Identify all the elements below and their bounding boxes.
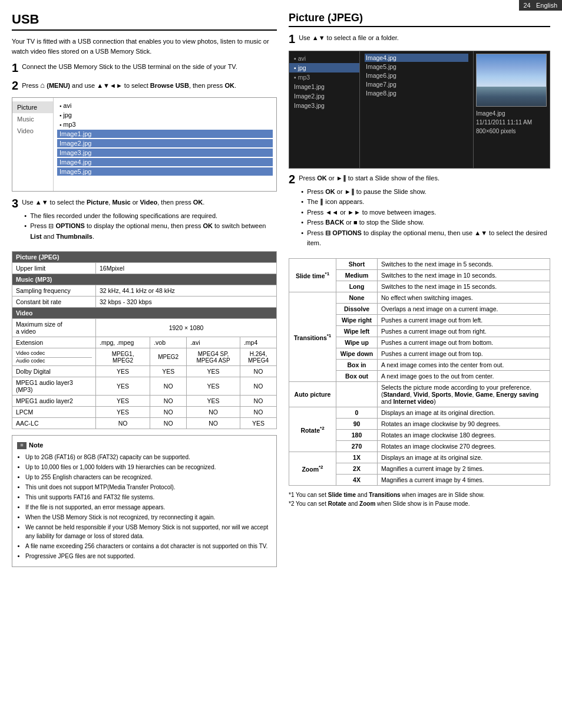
step3-bullet2: Press ⊟ OPTIONS to display the optional …: [22, 221, 277, 242]
options-table: Slide time*1 Short Switches to the next …: [289, 258, 550, 486]
jb-item-jpg[interactable]: ▪ jpg: [289, 63, 359, 73]
mpeg1l3-v3: YES: [187, 377, 240, 396]
options-slidetime-short: Slide time*1 Short Switches to the next …: [289, 259, 550, 270]
jb-right-files: Image4.jpg Image5.jpg Image6.jpg Image7.…: [365, 54, 468, 97]
dissolve-desc: Overlaps a next image on a current image…: [378, 304, 550, 315]
ext-mpg: .mpg, .mpeg: [95, 337, 150, 348]
file-jpg[interactable]: ▪ jpg: [57, 111, 273, 119]
mpeg1l2-v3: YES: [187, 396, 240, 407]
dolby-v2: YES: [150, 366, 187, 377]
file-image3[interactable]: Image3.jpg: [57, 149, 273, 157]
note-list: Up to 2GB (FAT16) or 8GB (FAT32) capacit…: [17, 453, 272, 561]
category-video[interactable]: Video: [12, 125, 53, 137]
mpeg1l3-v2: NO: [150, 377, 187, 396]
rotate180-desc: Rotates an image clockwise 180 degrees.: [378, 430, 550, 441]
jb-item-mp3[interactable]: ▪ mp3: [289, 73, 359, 82]
lpcm-v3: NO: [187, 407, 240, 418]
fb-files: ▪ avi ▪ jpg ▪ mp3 Image1.jpg Image2.jpg …: [54, 98, 276, 191]
rotate270-label: 270: [336, 441, 378, 452]
pj-step1: 1 Use ▲▼ to select a file or a folder.: [289, 33, 550, 45]
zoom4x-desc: Magnifies a current image by 4 times.: [378, 475, 550, 486]
step2-text: Press ⌂ (MENU) and use ▲▼◄► to select Br…: [22, 80, 236, 91]
jb-item-image2[interactable]: Image2.jpg: [289, 91, 359, 101]
file-image1[interactable]: Image1.jpg: [57, 130, 273, 138]
specs-bitrate: Constant bit rate 32 kbps - 320 kbps: [12, 297, 277, 308]
rotate-group-label: Rotate*2: [289, 407, 336, 452]
lpcm-label: LPCM: [12, 407, 96, 418]
codec-h264: H.264,MPEG4: [240, 348, 276, 366]
aaclc-v1: NO: [95, 418, 150, 429]
page-lang: English: [536, 2, 557, 9]
slidetime-group-label: Slide time*1: [289, 259, 336, 292]
jb-right-image8[interactable]: Image8.jpg: [365, 89, 468, 97]
file-image5[interactable]: Image5.jpg: [57, 167, 273, 176]
options-transitions-none: Transitions*1 None No effect when switch…: [289, 292, 550, 304]
options-autopicture: Auto picture Selects the picture mode ac…: [289, 382, 550, 407]
aaclc-v4: YES: [240, 418, 276, 429]
step3-bullet1: The files recorded under the following s…: [22, 211, 277, 222]
jb-right-image5[interactable]: Image5.jpg: [365, 62, 468, 71]
file-image2[interactable]: Image2.jpg: [57, 139, 273, 147]
wipeup-desc: Pushes a current image out from bottom.: [378, 337, 550, 348]
pj-step2-text: Press OK or ►∥ to start a Slide show of …: [299, 173, 550, 252]
specs-header-music: Music (MP3): [12, 274, 277, 285]
specs-header-video: Video: [12, 308, 277, 319]
wipeup-label: Wipe up: [336, 337, 378, 348]
jb-item-avi[interactable]: ▪ avi: [289, 54, 359, 63]
jb-right-image6[interactable]: Image6.jpg: [365, 71, 468, 80]
bitrate-label: Constant bit rate: [12, 297, 96, 308]
note-item-6: When the USB Memory Stick is not recogni…: [25, 513, 272, 522]
ext-avi: .avi: [187, 337, 240, 348]
file-image4[interactable]: Image4.jpg: [57, 158, 273, 166]
usb-step3: 3 Use ▲▼ to select the Picture, Music or…: [12, 197, 277, 245]
boxin-label: Box in: [336, 360, 378, 371]
maxsize-value: 1920 × 1080: [95, 319, 276, 337]
file-mp3[interactable]: ▪ mp3: [57, 120, 273, 129]
file-avi[interactable]: ▪ avi: [57, 101, 273, 110]
jb-right-panel: Image4.jpg Image5.jpg Image6.jpg Image7.…: [360, 51, 473, 168]
codec-label: Video codec Audio codec: [12, 348, 96, 366]
specs-lpcm: LPCM YES NO NO NO: [12, 407, 277, 418]
category-music[interactable]: Music: [12, 113, 53, 125]
specs-dolby: Dolby Digital YES YES YES NO: [12, 366, 277, 377]
menu-label: (MENU): [47, 82, 70, 89]
wipedown-desc: Pushes a current image out from top.: [378, 348, 550, 360]
jb-right-image4[interactable]: Image4.jpg: [365, 54, 468, 62]
specs-extension: Extension .mpg, .mpeg .vob .avi .mp4: [12, 337, 277, 348]
note-item-3: This unit does not support MTP(Media Tra…: [25, 483, 272, 492]
jb-item-image3[interactable]: Image3.jpg: [289, 101, 359, 110]
category-picture[interactable]: Picture: [12, 101, 53, 113]
ul-value: 16Mpixel: [95, 263, 276, 274]
options-icon: ⊟: [48, 222, 54, 229]
note-icon: ≡: [17, 442, 27, 449]
fb-categories: Picture Music Video: [12, 98, 54, 191]
jb-thumbnail: [476, 54, 547, 107]
note-item-0: Up to 2GB (FAT16) or 8GB (FAT32) capacit…: [25, 453, 272, 462]
specs-upper-limit: Upper limit 16Mpixel: [12, 263, 277, 274]
note-item-1: Up to 10,000 files or 1,000 folders with…: [25, 463, 272, 472]
zoom1x-label: 1X: [336, 452, 378, 463]
note-item-2: Up to 255 English characters can be reco…: [25, 473, 272, 482]
note-title: Note: [29, 440, 43, 450]
sampling-label: Sampling frequency: [12, 285, 96, 297]
mpeg1l3-v4: NO: [240, 377, 276, 396]
jb-right-image7[interactable]: Image7.jpg: [365, 80, 468, 88]
mpeg1l2-v4: NO: [240, 396, 276, 407]
pj-step1-text: Use ▲▼ to select a file or a folder.: [299, 33, 399, 43]
specs-codec-header: Video codec Audio codec MPEG1,MPEG2 MPEG…: [12, 348, 277, 366]
rotate0-desc: Displays an image at its original direct…: [378, 407, 550, 419]
zoom-group-label: Zoom*2: [289, 452, 336, 486]
footnote-2: *2 You can set Rotate and Zoom when Slid…: [289, 499, 550, 508]
jb-item-image1[interactable]: Image1.jpg: [289, 82, 359, 91]
zoom2x-desc: Magnifies a current image by 2 times.: [378, 463, 550, 475]
note-header: ≡ Note: [17, 440, 272, 450]
step1-number: 1: [12, 62, 18, 74]
short-desc: Switches to the next image in 5 seconds.: [378, 259, 550, 270]
dolby-v4: NO: [240, 366, 276, 377]
pj-step1-number: 1: [289, 33, 295, 45]
aaclc-v2: NO: [150, 418, 187, 429]
autopicture-group-label: Auto picture: [289, 382, 336, 407]
medium-desc: Switches to the next image in 10 seconds…: [378, 270, 550, 281]
page-number: 24: [524, 2, 531, 9]
maxsize-label: Maximum size ofa video: [12, 319, 96, 337]
